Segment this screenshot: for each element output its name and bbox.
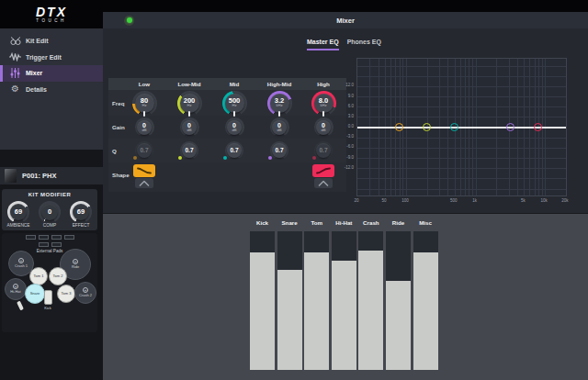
eq-band-high-q-dot-icon bbox=[312, 156, 316, 160]
pad-hi-hat[interactable]: +Hi-Hat bbox=[5, 278, 27, 300]
kit-modifier-panel: KIT MODIFIER 69AMBIENCE0COMP69EFFECT bbox=[2, 189, 97, 230]
graph-gridline-h bbox=[357, 189, 566, 190]
fader-crash[interactable] bbox=[358, 231, 383, 370]
eq-band-high-freq-knob-value: 8.0kHz bbox=[314, 94, 334, 113]
eq-band-high-gain-knob[interactable]: 0dB bbox=[314, 117, 334, 137]
eq-band-low-header: Low bbox=[122, 81, 166, 87]
kit-knob-comp[interactable]: 0 bbox=[39, 201, 61, 223]
sidebar-item-details[interactable]: ⚙Details bbox=[0, 82, 103, 98]
fader-fill bbox=[277, 270, 302, 370]
graph-band-point[interactable] bbox=[450, 123, 458, 131]
sidebar-item-kit-edit[interactable]: Kit Edit bbox=[0, 33, 103, 50]
channel-label-kick: Kick bbox=[250, 219, 276, 226]
external-pad-box[interactable] bbox=[39, 235, 49, 240]
kit-knob-comp-number: 0 bbox=[48, 208, 51, 216]
tab-phones-eq[interactable]: Phones EQ bbox=[347, 39, 381, 50]
eq-band-high-mid-header: High-Mid bbox=[257, 81, 301, 87]
eq-band-mid-q-knob[interactable]: 0.7 bbox=[225, 141, 243, 160]
graph-gridline-h bbox=[357, 106, 566, 107]
graph-gridline-h bbox=[357, 158, 566, 159]
eq-row-label-q: Q bbox=[112, 148, 117, 154]
external-pad-box[interactable] bbox=[51, 235, 62, 240]
eq-band-high-mid-gain-tick-icon bbox=[278, 111, 280, 117]
eq-row-label-shape: Shape bbox=[112, 172, 130, 178]
pad-kick[interactable] bbox=[44, 290, 52, 305]
eq-band-mid-gain-tick-icon bbox=[233, 111, 235, 117]
eq-band-low-freq-knob-value: 80Hz bbox=[135, 94, 154, 113]
gear-glyph: ⚙ bbox=[11, 84, 19, 94]
eq-tabs: Master EQPhones EQ bbox=[307, 39, 381, 50]
eq-band-high-gain-knob-unit: dB bbox=[321, 129, 325, 133]
kit-knob-effect-value: 69 bbox=[73, 204, 89, 220]
fader-fill bbox=[332, 261, 356, 370]
preset-label: P001: PHX bbox=[22, 172, 57, 180]
preset-selector[interactable]: P001: PHX bbox=[0, 167, 103, 184]
fader-tom[interactable] bbox=[304, 231, 329, 370]
graph-band-point[interactable] bbox=[506, 123, 514, 131]
eq-band-low-gain-knob-value: 0dB bbox=[137, 120, 152, 135]
channel-label-misc: Misc bbox=[413, 219, 438, 226]
eq-band-mid-gain-knob-value: 0dB bbox=[227, 120, 242, 135]
graph-gridline-h bbox=[357, 86, 566, 87]
eq-band-low-mid-gain-knob[interactable]: 0dB bbox=[180, 117, 199, 137]
eq-band-low-mid-gain-knob-unit: dB bbox=[187, 129, 191, 133]
sidebar-item-mixer[interactable]: Mixer bbox=[0, 65, 103, 82]
sidebar-item-label: Mixer bbox=[26, 70, 42, 76]
external-pad-box[interactable] bbox=[39, 242, 49, 247]
pad-tom-1[interactable]: Tom 1 bbox=[29, 267, 48, 285]
eq-band-mid-gain-knob[interactable]: 0dB bbox=[225, 117, 244, 137]
logo-text-dtx: DTX bbox=[36, 6, 67, 18]
eq-band-mid-q-dot-icon bbox=[223, 156, 227, 160]
tab-master-eq[interactable]: Master EQ bbox=[307, 39, 339, 50]
graph-y-label: -12.0 bbox=[333, 165, 354, 170]
fader-kick[interactable] bbox=[250, 231, 275, 370]
eq-band-high-shape-peak-button[interactable] bbox=[314, 178, 333, 188]
eq-band-high-mid-freq-knob-value: 3.2kHz bbox=[270, 94, 289, 113]
sidebar-item-label: Kit Edit bbox=[26, 38, 49, 44]
pad-kick-label: Kick bbox=[39, 306, 57, 310]
pad-crash-2[interactable]: +Crash 2 bbox=[74, 282, 96, 304]
status-led-icon bbox=[124, 16, 134, 26]
pad-tom-2[interactable]: Tom 2 bbox=[49, 267, 67, 285]
eq-band-low-q-knob-number: 0.7 bbox=[140, 148, 148, 154]
graph-x-label: 1k bbox=[466, 198, 484, 203]
graph-y-label: -3.0 bbox=[333, 134, 354, 139]
graph-band-point[interactable] bbox=[423, 123, 431, 131]
fader-ride[interactable] bbox=[386, 231, 411, 370]
kit-knob-effect[interactable]: 69 bbox=[70, 201, 92, 223]
fader-snare[interactable] bbox=[277, 231, 302, 370]
eq-band-high-shape-shelf-button[interactable] bbox=[312, 164, 334, 177]
eq-band-low-shape-shelf-button[interactable] bbox=[133, 164, 155, 177]
graph-y-label: 9.0 bbox=[333, 94, 354, 98]
eq-band-high-mid-q-knob[interactable]: 0.7 bbox=[270, 141, 288, 160]
graph-y-label: -9.0 bbox=[333, 155, 354, 160]
fader-misc[interactable] bbox=[413, 231, 438, 370]
graph-y-label: 12.0 bbox=[333, 83, 354, 87]
eq-band-low-mid-q-knob[interactable]: 0.7 bbox=[180, 141, 198, 160]
eq-band-high-q-knob-value: 0.7 bbox=[316, 143, 331, 158]
eq-band-low-gain-knob[interactable]: 0dB bbox=[135, 117, 154, 137]
pad-snare[interactable]: Snare bbox=[25, 284, 45, 304]
eq-band-high-q-knob[interactable]: 0.7 bbox=[314, 141, 333, 160]
pad-tom-3[interactable]: Tom 3 bbox=[57, 285, 75, 303]
graph-y-label: 6.0 bbox=[333, 104, 354, 108]
eq-band-low-q-knob[interactable]: 0.7 bbox=[135, 141, 153, 160]
external-pad-box[interactable] bbox=[26, 235, 36, 240]
kit-knob-ambience[interactable]: 69 bbox=[7, 201, 29, 223]
sidebar-item-trigger-edit[interactable]: Trigger Edit bbox=[0, 50, 103, 66]
external-pad-box[interactable] bbox=[51, 242, 62, 247]
graph-x-label: 20 bbox=[347, 198, 366, 203]
status-led-glow bbox=[127, 17, 132, 23]
fader-hi-hat[interactable] bbox=[332, 231, 356, 370]
kit-knob-ambience-number: 69 bbox=[15, 208, 22, 216]
eq-band-low-shape-peak-button[interactable] bbox=[135, 178, 153, 188]
graph-gridline-h bbox=[357, 168, 566, 169]
eq-band-high-freq-knob-unit: kHz bbox=[320, 104, 326, 108]
eq-band-low-mid-header: Low-Mid bbox=[167, 81, 211, 87]
graph-x-label: 500 bbox=[445, 198, 463, 203]
pad-tom-2-label: Tom 2 bbox=[53, 274, 63, 279]
external-pad-box[interactable] bbox=[64, 235, 74, 240]
hihat-pedal-icon[interactable] bbox=[17, 301, 24, 311]
eq-band-high-mid-gain-knob[interactable]: 0dB bbox=[270, 117, 289, 137]
eq-band-high-mid-q-dot-icon bbox=[268, 156, 272, 160]
